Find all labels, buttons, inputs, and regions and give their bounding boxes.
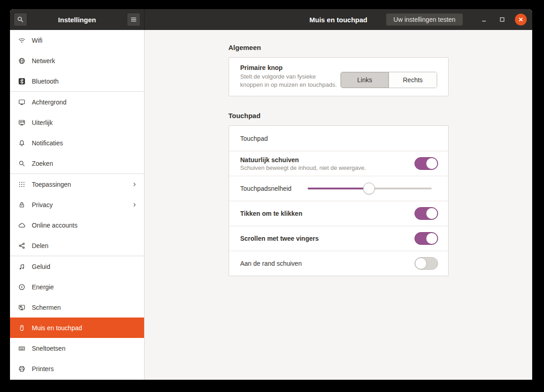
segment-rechts[interactable]: Rechts — [389, 72, 436, 88]
row-title: Tikken om te klikken — [240, 210, 303, 217]
sidebar-item-label: Netwerk — [32, 57, 55, 65]
toggle-knob — [426, 158, 438, 169]
edge-scrolling-row: Aan de rand schuiven — [229, 251, 448, 276]
sidebar-item-uiterlijk[interactable]: Uiterlijk — [10, 112, 144, 133]
close-icon — [518, 16, 524, 23]
sidebar-item-achtergrond[interactable]: Achtergrond — [10, 92, 144, 112]
sidebar-item-label: Energie — [32, 283, 54, 291]
hamburger-icon — [130, 16, 137, 23]
row-title: Scrollen met twee vingers — [240, 235, 319, 242]
sidebar-item-zoeken[interactable]: Zoeken — [10, 153, 144, 174]
toggle-knob — [415, 258, 427, 269]
sidebar-item-label: Online accounts — [32, 222, 77, 229]
keyboard-icon — [18, 345, 25, 352]
sidebar-item-label: Muis en touchpad — [32, 324, 82, 332]
printer-icon — [18, 365, 25, 372]
sidebar-item-notificaties[interactable]: Notificaties — [10, 133, 144, 153]
bluetooth-icon — [18, 78, 25, 85]
menu-button[interactable] — [127, 13, 140, 26]
sidebar-item-label: Sneltoetsen — [32, 345, 65, 352]
slider-handle[interactable] — [363, 183, 375, 194]
search-icon — [18, 160, 25, 167]
touchpad-speed-slider[interactable] — [308, 183, 432, 194]
primary-button-row: Primaire knop Stelt de volgorde van fysi… — [229, 58, 448, 96]
chevron-right-icon — [131, 181, 138, 188]
tap-to-click-row: Tikken om te klikken — [229, 201, 448, 226]
sidebar-item-privacy[interactable]: Privacy — [10, 194, 144, 215]
sidebar-item-label: Toepassingen — [32, 181, 71, 188]
minimize-button[interactable] — [479, 14, 489, 25]
general-card: Primaire knop Stelt de volgorde van fysi… — [229, 57, 449, 96]
network-globe-icon — [18, 57, 25, 65]
sidebar-item-label: Geluid — [32, 263, 50, 270]
primary-button-title: Primaire knop — [240, 64, 340, 71]
chevron-right-icon — [131, 202, 138, 208]
appearance-icon — [18, 119, 25, 126]
sidebar-item-online-accounts[interactable]: Online accounts — [10, 215, 144, 235]
share-icon — [18, 242, 25, 249]
main-content: Algemeen Primaire knop Stelt de volgorde… — [145, 30, 532, 380]
row-title: Touchpad — [240, 135, 268, 142]
slider-fill — [308, 188, 369, 189]
primary-button-segmented-control: Links Rechts — [340, 72, 437, 88]
cloud-icon — [18, 222, 25, 229]
row-subtitle: Schuiven beweegt de inhoud, niet de weer… — [240, 164, 366, 171]
section-title-algemeen: Algemeen — [229, 44, 449, 51]
test-settings-button[interactable]: Uw instellingen testen — [386, 13, 463, 26]
sidebar-item-wifi[interactable]: Wifi — [10, 30, 144, 50]
natural-scrolling-toggle[interactable] — [414, 157, 438, 170]
sidebar-item-sneltoetsen[interactable]: Sneltoetsen — [10, 338, 144, 358]
toggle-knob — [426, 233, 438, 244]
background-icon — [18, 99, 25, 106]
sidebar-item-label: Achtergrond — [32, 99, 66, 106]
close-button[interactable] — [515, 14, 527, 25]
sidebar-item-schermen[interactable]: Schermen — [10, 297, 144, 318]
sidebar-item-bluetooth[interactable]: Bluetooth — [10, 71, 144, 91]
displays-icon — [18, 304, 25, 311]
sidebar-item-label: Notificaties — [32, 139, 63, 147]
maximize-button[interactable] — [497, 14, 508, 25]
power-icon — [18, 283, 25, 291]
sidebar-item-delen[interactable]: Delen — [10, 235, 144, 256]
row-title: Aan de rand schuiven — [240, 260, 302, 267]
sidebar-item-toepassingen[interactable]: Toepassingen — [10, 174, 144, 194]
sidebar-item-label: Privacy — [32, 201, 53, 208]
edge-scrolling-toggle[interactable] — [414, 257, 438, 270]
headerbar-right: Muis en touchpad Uw instellingen testen — [145, 9, 532, 30]
bell-icon — [18, 139, 25, 147]
sidebar-item-printers[interactable]: Printers — [10, 358, 144, 379]
maximize-icon — [499, 16, 505, 23]
settings-window: Instellingen Muis en touchpad Uw instell… — [10, 9, 532, 380]
sidebar-item-label: Schermen — [32, 304, 61, 311]
mouse-icon — [18, 324, 25, 332]
search-button[interactable] — [14, 13, 27, 26]
toggle-knob — [426, 208, 438, 219]
page-title: Muis en touchpad — [145, 16, 532, 24]
row-title: Touchpadsnelheid — [240, 185, 292, 192]
lock-icon — [18, 201, 25, 208]
sidebar-item-label: Bluetooth — [32, 78, 59, 85]
two-finger-scrolling-toggle[interactable] — [414, 232, 438, 245]
tap-to-click-toggle[interactable] — [414, 207, 438, 220]
row-title: Natuurlijk schuiven — [240, 156, 366, 164]
touchpad-row: Touchpad — [229, 126, 448, 151]
sidebar-item-label: Printers — [32, 365, 54, 372]
segment-links[interactable]: Links — [341, 72, 389, 88]
primary-button-subtitle: Stelt de volgorde van fysieke knoppen in… — [240, 73, 339, 89]
sidebar-item-label: Zoeken — [32, 160, 53, 167]
app-title: Instellingen — [10, 16, 144, 24]
headerbar: Instellingen Muis en touchpad Uw instell… — [10, 9, 532, 30]
sidebar: Wifi Netwerk Bluetooth Achtergrond Uiter… — [10, 30, 145, 380]
section-title-touchpad: Touchpad — [229, 112, 449, 119]
touchpad-speed-row: Touchpadsnelheid — [229, 176, 448, 201]
sidebar-item-muis-en-touchpad[interactable]: Muis en touchpad — [10, 318, 144, 338]
sidebar-item-netwerk[interactable]: Netwerk — [10, 50, 144, 71]
sidebar-item-energie[interactable]: Energie — [10, 277, 144, 297]
search-icon — [17, 16, 24, 23]
sidebar-item-geluid[interactable]: Geluid — [10, 256, 144, 277]
sidebar-item-label: Uiterlijk — [32, 119, 53, 126]
touchpad-card: Touchpad Natuurlijk schuiven Schuiven be… — [229, 125, 449, 276]
wifi-icon — [18, 37, 25, 44]
apps-grid-icon — [18, 181, 25, 188]
sidebar-item-label: Wifi — [32, 37, 42, 44]
